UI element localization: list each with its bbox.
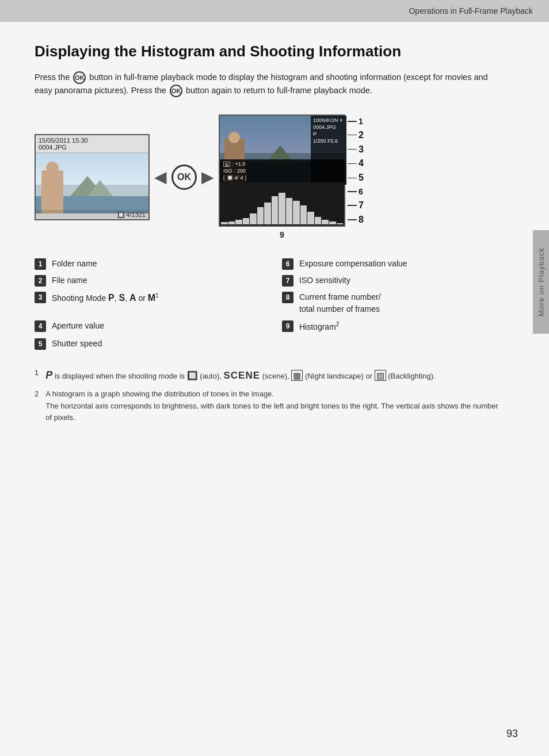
intro-text-part1: Press the	[35, 72, 70, 82]
list-item-7: 7 ISO sensitivity	[282, 274, 506, 287]
badge-5: 5	[35, 338, 46, 350]
badge-4: 4	[35, 320, 46, 332]
item-text-8: Current frame number/total number of fra…	[299, 291, 381, 315]
hist-bar-2	[228, 222, 235, 225]
intro-paragraph: Press the OK button in full-frame playba…	[35, 71, 506, 97]
hist-bar-1	[221, 222, 228, 224]
items-grid: 1 Folder name 6 Exposure compensation va…	[35, 258, 506, 350]
iso-row: ISO : 200	[223, 168, 341, 174]
hist-bar-6	[257, 207, 264, 224]
footnotes-section: 1 P is displayed when the shooting mode …	[35, 367, 506, 424]
exp-comp-icon: ⊞	[223, 162, 230, 167]
cam-left-header: 15/05/2011 15:30 0004.JPG	[36, 135, 148, 153]
list-item-3: 3 Shooting Mode P, S, A or M1	[35, 291, 259, 315]
hist-bar-15	[322, 220, 329, 224]
callout-5: 5	[348, 173, 364, 183]
right-foldername: 100NIKON ≡	[313, 117, 344, 123]
list-item-1: 1 Folder name	[35, 258, 259, 270]
hist-bar-13	[307, 212, 314, 224]
callout-3: 3	[348, 144, 364, 155]
hist-bar-8	[272, 196, 279, 225]
hist-bar-14	[315, 217, 322, 225]
iso-label: ISO	[223, 168, 232, 174]
badge-1: 1	[35, 258, 46, 270]
item-text-4: Aperture value	[52, 320, 104, 332]
hist-bar-17	[337, 223, 344, 225]
diagram-container: 15/05/2011 15:30 0004.JPG 🔲 4/1321	[35, 114, 518, 239]
night-icon: ▦	[291, 370, 303, 381]
hist-bar-10	[286, 198, 293, 225]
badge-2: 2	[35, 275, 46, 287]
backlighting-icon: ▨	[375, 370, 386, 381]
ok-button-inline-2: OK	[170, 85, 182, 97]
histogram-area	[220, 182, 344, 226]
hist-bar-9	[279, 193, 285, 224]
right-shutter-aperture: 1/250 F5.6	[313, 138, 344, 144]
left-camera-screen: 15/05/2011 15:30 0004.JPG 🔲 4/1321	[35, 134, 150, 220]
right-mode: P	[313, 131, 344, 137]
cam-left-filename: 0004.JPG	[39, 144, 146, 151]
footnote-1: 1 P is displayed when the shooting mode …	[35, 367, 506, 384]
callout-1: 1	[348, 117, 364, 126]
main-content: Displaying the Histogram and Shooting In…	[0, 22, 549, 756]
badge-6: 6	[282, 258, 293, 270]
exp-comp-row: ⊞ : +1.0	[223, 161, 341, 167]
item-text-3: Shooting Mode P, S, A or M1	[52, 291, 159, 305]
item-text-1: Folder name	[52, 258, 97, 270]
histogram-bars	[221, 193, 343, 224]
list-item-8: 8 Current frame number/total number of f…	[282, 291, 506, 315]
cam-left-frames: 🔲 4/1321	[117, 211, 146, 218]
person-head-shape	[46, 162, 59, 174]
list-item-4: 4 Aperture value	[35, 320, 259, 333]
callout-6: 6	[348, 187, 364, 196]
frame-bracket: [	[223, 175, 225, 181]
callout-7: 7	[348, 200, 364, 211]
badge-7: 7	[282, 275, 293, 287]
hist-bar-3	[235, 220, 242, 224]
cam-left-image	[36, 153, 148, 213]
callout-8: 8	[348, 215, 364, 225]
auto-icon: 🔲	[187, 371, 198, 380]
arrow-left-icon: ◀	[154, 167, 167, 186]
hist-bar-12	[300, 205, 307, 224]
intro-text-part3: button again to return to full-frame pla…	[186, 86, 372, 95]
ok-button-inline-1: OK	[73, 71, 86, 84]
page-title: Displaying the Histogram and Shooting In…	[35, 43, 518, 60]
hist-bar-11	[293, 201, 300, 224]
exp-comp-separator: :	[232, 161, 234, 167]
footnote-text-1: P is displayed when the shooting mode is…	[45, 367, 435, 384]
hist-bar-5	[250, 213, 257, 224]
sidebar-tab: More on Playback	[533, 230, 549, 334]
page-number: 93	[506, 728, 518, 740]
iso-separator: :	[234, 168, 236, 174]
arrow-right-icon: ▶	[201, 167, 214, 186]
frame-row: [ 🔲 4/ 4 ]	[223, 175, 341, 181]
exp-comp-value: +1.0	[235, 161, 246, 167]
list-item-5: 5 Shutter speed	[35, 338, 259, 350]
badge-3: 3	[35, 292, 46, 303]
frame-bracket-close: ]	[245, 175, 247, 181]
footnote-p-letter: P	[45, 369, 52, 381]
badge-9: 9	[282, 320, 293, 332]
arrow-ok-area: ◀ OK ▶	[150, 165, 219, 190]
callout-9-label: 9	[219, 230, 345, 239]
list-item-2: 2 File name	[35, 274, 259, 287]
hist-bar-7	[264, 203, 271, 225]
hist-bar-4	[243, 218, 250, 224]
iso-value: 200	[237, 168, 246, 174]
item-text-2: File name	[52, 274, 87, 287]
footnote-num-1: 1	[35, 367, 39, 384]
cam-left-footer: 🔲 4/1321	[36, 210, 148, 219]
list-item-6: 6 Exposure compensation value	[282, 258, 506, 270]
footnote-2: 2 A histogram is a graph showing the dis…	[35, 388, 506, 424]
cam-left-datetime: 15/05/2011 15:30	[39, 137, 146, 144]
frame-num: 🔲 4/	[227, 175, 239, 181]
right-camera-screen: 100NIKON ≡ 0004.JPG P 1/250 F5.6 ⊞ : +1.…	[219, 114, 345, 227]
mountain2-shape	[87, 180, 113, 196]
callout-4: 4	[348, 158, 364, 169]
cam-right-data: ⊞ : +1.0 ISO : 200 [ 🔲 4/ 4 ]	[220, 159, 344, 182]
item-text-9: Histogram2	[299, 320, 339, 333]
callout-2: 2	[348, 130, 364, 140]
sidebar-label: More on Playback	[537, 247, 546, 316]
header-title: Operations in Full-Frame Playback	[409, 6, 533, 16]
